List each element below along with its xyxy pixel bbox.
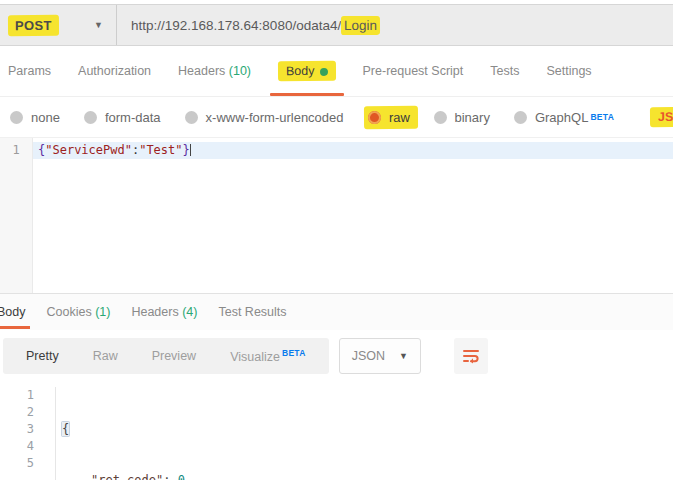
visualize-beta-badge: BETA bbox=[282, 348, 306, 358]
mode-none[interactable]: none bbox=[10, 110, 60, 125]
tab-body[interactable]: Body bbox=[278, 61, 336, 81]
mode-binary[interactable]: binary bbox=[434, 110, 490, 125]
editor-code-area[interactable]: {"ServicePwd":"Test"} bbox=[33, 138, 673, 293]
radio-icon bbox=[84, 111, 97, 124]
response-tab-test-results[interactable]: Test Results bbox=[218, 305, 286, 319]
response-language-label: JSON bbox=[352, 349, 385, 363]
tab-tests[interactable]: Tests bbox=[490, 64, 519, 78]
response-view-switcher: Pretty Raw Preview VisualizeBETA bbox=[3, 338, 329, 374]
mode-x-www-form-urlencoded[interactable]: x-www-form-urlencoded bbox=[185, 110, 344, 125]
radio-icon bbox=[434, 111, 447, 124]
view-pretty[interactable]: Pretty bbox=[9, 349, 76, 363]
view-visualize[interactable]: VisualizeBETA bbox=[213, 348, 323, 364]
line-number: 1 bbox=[0, 142, 32, 159]
body-mode-row: none form-data x-www-form-urlencoded raw… bbox=[0, 97, 673, 137]
radio-selected-icon bbox=[368, 111, 381, 124]
method-label: POST bbox=[8, 14, 59, 35]
response-code-area[interactable]: { "ret_code": 0, "ret_text": "login ok",… bbox=[56, 387, 673, 480]
tab-params[interactable]: Params bbox=[8, 64, 51, 78]
line-number: 3 bbox=[0, 421, 34, 438]
request-url-bar: POST ▼ http://192.168.178.64:8080/odata4… bbox=[0, 4, 673, 46]
chevron-down-icon: ▼ bbox=[399, 351, 408, 361]
text-cursor bbox=[190, 144, 191, 156]
response-tab-body[interactable]: Body bbox=[0, 305, 26, 319]
line-number: 4 bbox=[0, 438, 34, 455]
view-preview[interactable]: Preview bbox=[135, 349, 213, 363]
response-toolbar: Pretty Raw Preview VisualizeBETA JSON ▼ bbox=[0, 330, 673, 382]
radio-icon bbox=[514, 111, 527, 124]
response-headers-count: (4) bbox=[182, 305, 197, 319]
radio-icon bbox=[185, 111, 198, 124]
response-gutter: 1 2 3 4 5 bbox=[0, 387, 56, 480]
graphql-beta-badge: BETA bbox=[590, 112, 614, 122]
mode-raw[interactable]: raw bbox=[368, 106, 418, 129]
headers-count: (10) bbox=[229, 64, 251, 78]
line-number: 5 bbox=[0, 455, 34, 472]
body-modified-dot-icon bbox=[319, 68, 327, 76]
radio-icon bbox=[10, 111, 23, 124]
url-input[interactable]: http://192.168.178.64:8080/odata4/Login bbox=[117, 5, 673, 45]
response-tabs: Body Cookies (1) Headers (4) Test Result… bbox=[0, 294, 673, 330]
wrap-text-button[interactable] bbox=[454, 338, 488, 374]
response-tab-cookies[interactable]: Cookies (1) bbox=[47, 305, 111, 319]
response-tab-headers[interactable]: Headers (4) bbox=[131, 305, 197, 319]
view-raw[interactable]: Raw bbox=[76, 349, 135, 363]
line-number: 1 bbox=[0, 387, 34, 404]
editor-gutter: 1 bbox=[0, 138, 33, 293]
url-prefix: http://192.168.178.64:8080/odata4/ bbox=[131, 18, 341, 33]
request-language-dropdown[interactable]: JSON ▼ bbox=[650, 107, 673, 127]
cookies-count: (1) bbox=[95, 305, 110, 319]
editor-line-1[interactable]: {"ServicePwd":"Test"} bbox=[33, 142, 673, 159]
request-body-editor[interactable]: 1 {"ServicePwd":"Test"} bbox=[0, 137, 673, 293]
request-language-label: JSON bbox=[650, 107, 673, 127]
response-language-dropdown[interactable]: JSON ▼ bbox=[339, 338, 421, 374]
tab-authorization[interactable]: Authorization bbox=[78, 64, 151, 78]
response-body-viewer[interactable]: 1 2 3 4 5 { "ret_code": 0, "ret_text": "… bbox=[0, 382, 673, 480]
tab-pre-request-script[interactable]: Pre-request Script bbox=[363, 64, 464, 78]
line-number: 2 bbox=[0, 404, 34, 421]
method-dropdown[interactable]: POST ▼ bbox=[0, 5, 117, 45]
response-line-2: "ret_code": 0, bbox=[62, 472, 673, 480]
mode-form-data[interactable]: form-data bbox=[84, 110, 161, 125]
response-line-1: { bbox=[62, 421, 673, 438]
wrap-text-icon bbox=[462, 348, 480, 364]
tab-headers[interactable]: Headers (10) bbox=[178, 64, 251, 78]
mode-graphql[interactable]: GraphQLBETA bbox=[514, 110, 614, 125]
chevron-down-icon: ▼ bbox=[94, 20, 103, 30]
request-tabs: Params Authorization Headers (10) Body P… bbox=[0, 46, 673, 97]
tab-settings[interactable]: Settings bbox=[546, 64, 591, 78]
url-highlighted-segment: Login bbox=[341, 15, 380, 34]
